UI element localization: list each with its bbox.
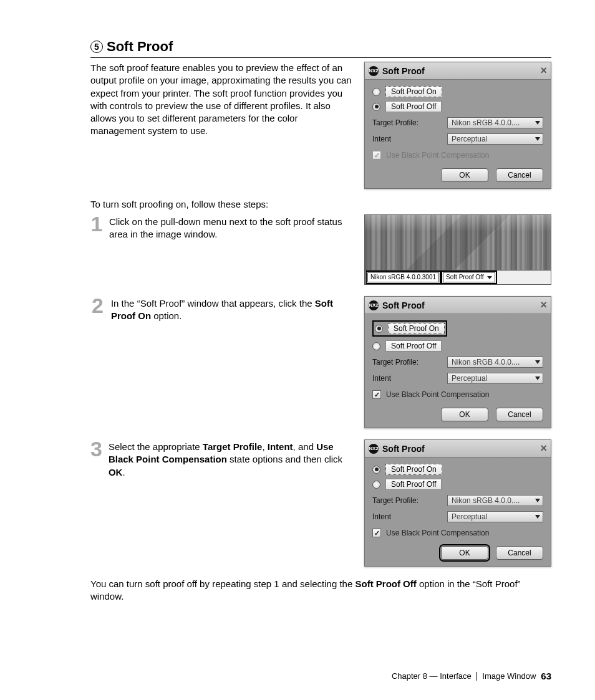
cancel-button[interactable]: Cancel <box>496 546 543 560</box>
intro-paragraph: The soft proof feature enables you to pr… <box>90 62 353 138</box>
checkbox-label: Use Black Point Compensation <box>386 151 489 160</box>
soft-proof-dialog: NX2 Soft Proof × Soft Proof On Soft Proo… <box>364 439 551 567</box>
select-value: Perceptual <box>452 374 487 383</box>
chevron-down-icon <box>535 137 540 141</box>
soft-proof-dialog: NX2 Soft Proof × Soft Proof On Soft Proo… <box>364 296 551 428</box>
heading-title: Soft Proof <box>107 39 173 55</box>
radio-icon <box>372 103 380 111</box>
color-profile-readout: Nikon sRGB 4.0.0.3001 <box>367 272 439 282</box>
dialog-title: Soft Proof <box>382 300 425 310</box>
photo-thumbnail <box>365 215 551 270</box>
radio-label: Soft Proof On <box>388 323 445 334</box>
chevron-down-icon <box>535 360 540 364</box>
target-profile-select[interactable]: Nikon sRGB 4.0.0.... <box>447 495 543 506</box>
intent-select[interactable]: Perceptual <box>447 133 543 145</box>
closing-paragraph: You can turn soft proof off by repeating… <box>90 578 551 603</box>
close-icon[interactable]: × <box>540 299 547 312</box>
radio-soft-proof-off[interactable]: Soft Proof Off <box>372 101 543 112</box>
black-point-checkbox[interactable]: ✓ Use Black Point Compensation <box>372 151 543 160</box>
radio-icon <box>372 88 380 96</box>
radio-label: Soft Proof Off <box>385 101 442 112</box>
step-1-text: Click on the pull-down menu next to the … <box>109 214 353 241</box>
radio-soft-proof-on[interactable]: Soft Proof On <box>372 86 543 97</box>
image-window-preview: Nikon sRGB 4.0.0.3001 Soft Proof Off <box>364 214 551 285</box>
dialog-titlebar: NX2 Soft Proof × <box>365 440 551 458</box>
checkbox-label: Use Black Point Compensation <box>386 529 489 537</box>
target-profile-label: Target Profile: <box>372 496 447 505</box>
intent-label: Intent <box>372 135 447 143</box>
steps-lead: To turn soft proofing on, follow these s… <box>90 199 551 209</box>
target-profile-row: Target Profile: Nikon sRGB 4.0.0.... <box>372 117 543 128</box>
intent-row: Intent Perceptual <box>372 373 543 384</box>
select-value: Nikon sRGB 4.0.0.... <box>452 496 520 505</box>
checkbox-icon: ✓ <box>372 529 381 537</box>
dialog-titlebar: NX2 Soft Proof × <box>365 62 551 80</box>
radio-label: Soft Proof On <box>385 464 442 475</box>
chevron-down-icon <box>535 376 540 380</box>
intent-label: Intent <box>372 512 447 521</box>
radio-soft-proof-off[interactable]: Soft Proof Off <box>372 479 543 490</box>
intent-row: Intent Perceptual <box>372 511 543 522</box>
target-profile-select[interactable]: Nikon sRGB 4.0.0.... <box>447 357 543 368</box>
page-number: 63 <box>541 671 551 681</box>
radio-icon <box>372 481 380 489</box>
target-profile-row: Target Profile: Nikon sRGB 4.0.0.... <box>372 495 543 506</box>
close-icon[interactable]: × <box>540 442 547 455</box>
checkbox-icon: ✓ <box>372 151 381 160</box>
ok-button[interactable]: OK <box>441 168 488 182</box>
select-value: Perceptual <box>452 512 487 521</box>
app-logo-icon: NX2 <box>369 300 379 310</box>
dropdown-value: Soft Proof Off <box>446 273 483 282</box>
step-3-text: Select the appropriate Target Profile, I… <box>109 439 353 479</box>
footer-divider-icon <box>476 672 478 681</box>
ok-button[interactable]: OK <box>441 546 488 560</box>
chevron-down-icon <box>487 276 492 279</box>
black-point-checkbox[interactable]: ✓ Use Black Point Compensation <box>372 529 543 537</box>
select-value: Nikon sRGB 4.0.0.... <box>452 358 520 367</box>
radio-soft-proof-on[interactable]: Soft Proof On <box>372 320 543 337</box>
step-number: 2 <box>90 296 105 315</box>
cancel-button[interactable]: Cancel <box>496 408 543 421</box>
radio-label: Soft Proof Off <box>385 479 442 490</box>
step-2-text: In the “Soft Proof” window that appears,… <box>111 296 353 323</box>
select-value: Perceptual <box>452 135 487 143</box>
intent-label: Intent <box>372 374 447 383</box>
step-number: 1 <box>90 214 103 234</box>
radio-soft-proof-off[interactable]: Soft Proof Off <box>372 340 543 352</box>
dialog-title: Soft Proof <box>382 444 425 454</box>
step-number: 3 <box>90 439 102 459</box>
target-profile-row: Target Profile: Nikon sRGB 4.0.0.... <box>372 357 543 368</box>
footer-section: Image Window <box>482 671 536 681</box>
app-logo-icon: NX2 <box>369 66 379 76</box>
radio-icon <box>372 466 380 474</box>
soft-proof-dialog: NX2 Soft Proof × Soft Proof On Soft Proo… <box>364 62 551 189</box>
section-heading: 5 Soft Proof <box>90 39 551 58</box>
heading-number-badge: 5 <box>90 41 103 53</box>
intent-row: Intent Perceptual <box>372 133 543 145</box>
chevron-down-icon <box>535 515 540 519</box>
radio-icon <box>375 325 383 333</box>
target-profile-label: Target Profile: <box>372 118 447 127</box>
close-icon[interactable]: × <box>540 64 547 77</box>
intent-select[interactable]: Perceptual <box>447 511 543 522</box>
dialog-titlebar: NX2 Soft Proof × <box>365 297 551 314</box>
soft-proof-status-dropdown[interactable]: Soft Proof Off <box>443 272 495 282</box>
black-point-checkbox[interactable]: ✓ Use Black Point Compensation <box>372 390 543 399</box>
checkbox-label: Use Black Point Compensation <box>386 390 489 399</box>
cancel-button[interactable]: Cancel <box>496 168 543 182</box>
radio-icon <box>372 342 380 350</box>
app-logo-icon: NX2 <box>369 444 379 454</box>
radio-label: Soft Proof On <box>385 86 442 97</box>
target-profile-select[interactable]: Nikon sRGB 4.0.0.... <box>447 117 543 128</box>
select-value: Nikon sRGB 4.0.0.... <box>452 118 520 127</box>
chevron-down-icon <box>535 499 540 502</box>
footer-chapter: Chapter 8 — Interface <box>392 671 472 681</box>
radio-soft-proof-on[interactable]: Soft Proof On <box>372 464 543 475</box>
target-profile-label: Target Profile: <box>372 358 447 367</box>
checkbox-icon: ✓ <box>372 390 381 399</box>
dialog-title: Soft Proof <box>382 66 425 76</box>
chevron-down-icon <box>535 121 540 125</box>
radio-label: Soft Proof Off <box>385 340 442 352</box>
ok-button[interactable]: OK <box>441 408 488 421</box>
intent-select[interactable]: Perceptual <box>447 373 543 384</box>
